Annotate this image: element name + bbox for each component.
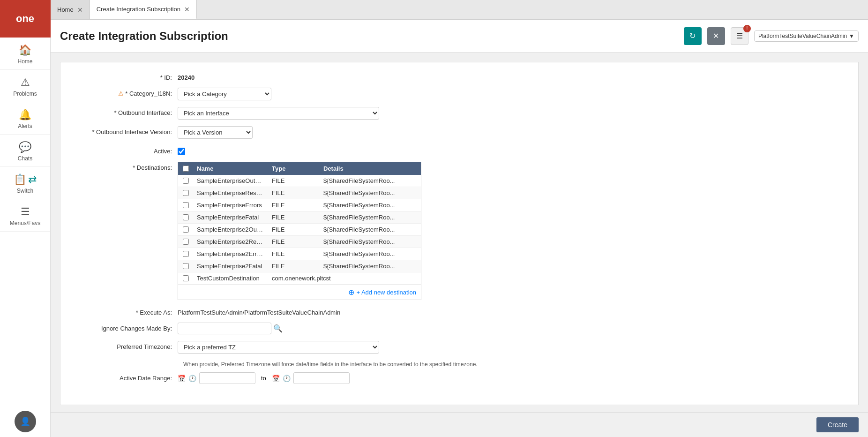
- dest-checkbox-3[interactable]: [183, 214, 189, 220]
- sidebar-item-chats[interactable]: 💬 Chats: [0, 135, 50, 167]
- preferred-tz-label: Preferred Timezone:: [75, 341, 178, 350]
- start-time-button[interactable]: 🕐: [188, 375, 196, 382]
- dest-checkbox-0[interactable]: [183, 178, 189, 184]
- dest-row-name: SampleEnterprise2Errors: [193, 248, 268, 260]
- dest-row-checkbox[interactable]: [178, 175, 193, 186]
- dest-row-checkbox[interactable]: [178, 200, 193, 211]
- tz-hint: When provide, Preferred Timezone will fo…: [183, 360, 844, 368]
- ignore-changes-row: Ignore Changes Made By: 🔍: [75, 323, 844, 334]
- sidebar-item-switch[interactable]: 📋 ⇄ Switch: [0, 167, 50, 199]
- dest-row-type: FILE: [268, 248, 320, 260]
- dest-row-checkbox[interactable]: [178, 273, 193, 284]
- switch-icon-right: ⇄: [28, 173, 37, 186]
- main-area: Home ✕ Create Integration Subscription ✕…: [51, 0, 868, 437]
- dest-row-details: ${SharedFileSystemRoo...: [320, 175, 421, 187]
- user-avatar[interactable]: 👤: [15, 411, 36, 432]
- sidebar-item-menus[interactable]: ☰ Menus/Favs: [0, 199, 50, 232]
- plus-icon: ⊕: [348, 288, 354, 297]
- avatar-icon: 👤: [20, 416, 30, 427]
- table-row: SampleEnterpriseResults FILE ${SharedFil…: [178, 187, 421, 199]
- tab-create-integration-label: Create Integration Subscription: [97, 6, 180, 13]
- dest-row-name: SampleEnterprise2Outb...: [193, 224, 268, 235]
- destinations-footer: ⊕ + Add new destination: [178, 285, 421, 300]
- dest-row-checkbox[interactable]: [178, 236, 193, 247]
- dest-row-checkbox[interactable]: [178, 261, 193, 271]
- active-checkbox[interactable]: [178, 148, 185, 155]
- select-all-checkbox[interactable]: [183, 166, 189, 172]
- dest-row-name: SampleEnterpriseErrors: [193, 199, 268, 211]
- close-page-button[interactable]: ✕: [707, 27, 725, 45]
- dest-row-name: SampleEnterpriseOutbox: [193, 175, 268, 187]
- form-footer: Create: [51, 412, 868, 437]
- app-logo[interactable]: one: [0, 0, 51, 38]
- menus-icon: ☰: [21, 206, 30, 218]
- sidebar-item-home[interactable]: 🏠 Home: [0, 38, 50, 70]
- dest-checkbox-7[interactable]: [183, 263, 189, 269]
- tab-home-close[interactable]: ✕: [77, 6, 83, 14]
- warn-icon: ⚠: [118, 90, 126, 97]
- sidebar-item-alerts[interactable]: 🔔 Alerts: [0, 102, 50, 135]
- page-header: Create Integration Subscription ↻ ✕ ☰ ! …: [51, 20, 868, 53]
- user-dropdown[interactable]: PlatformTestSuiteValueChainAdmin ▼: [754, 30, 859, 42]
- dest-row-checkbox[interactable]: [178, 249, 193, 259]
- destinations-header: Name Type Details: [178, 162, 421, 175]
- menu-badge: !: [743, 25, 751, 32]
- table-row: SampleEnterprise2Outb... FILE ${SharedFi…: [178, 224, 421, 236]
- table-row: SampleEnterprise2Errors FILE ${SharedFil…: [178, 248, 421, 260]
- dest-row-checkbox[interactable]: [178, 188, 193, 198]
- active-row: Active:: [75, 145, 844, 155]
- dest-row-details: ${SharedFileSystemRoo...: [320, 187, 421, 199]
- tab-bar: Home ✕ Create Integration Subscription ✕: [51, 0, 868, 20]
- destinations-col-type: Type: [268, 162, 320, 175]
- dest-checkbox-4[interactable]: [183, 226, 189, 233]
- tab-create-integration-close[interactable]: ✕: [184, 6, 190, 13]
- preferred-tz-select[interactable]: Pick a preferred TZ: [178, 341, 379, 354]
- ignore-changes-search-button[interactable]: 🔍: [273, 324, 283, 333]
- dest-row-details: ${SharedFileSystemRoo...: [320, 199, 421, 211]
- tab-create-integration[interactable]: Create Integration Subscription ✕: [90, 0, 197, 19]
- dest-row-checkbox[interactable]: [178, 224, 193, 235]
- execute-as-row: * Execute As: PlatformTestSuiteAdmin/Pla…: [75, 307, 844, 316]
- dest-checkbox-8[interactable]: [183, 275, 189, 281]
- dest-row-name: SampleEnterprise2Fatal: [193, 260, 268, 272]
- destinations-row: * Destinations: Name Type Details: [75, 162, 844, 300]
- start-date-calendar-button[interactable]: 📅: [178, 375, 186, 382]
- menu-button[interactable]: ☰ !: [731, 27, 748, 45]
- start-date-input[interactable]: [199, 372, 255, 384]
- table-row: SampleEnterprise2Resul... FILE ${SharedF…: [178, 236, 421, 248]
- ignore-changes-input[interactable]: [178, 323, 271, 334]
- dest-checkbox-6[interactable]: [183, 251, 189, 257]
- sidebar-item-problems[interactable]: ⚠ Problems: [0, 70, 50, 102]
- dest-row-details: ${SharedFileSystemRoo...: [320, 211, 421, 223]
- dest-checkbox-1[interactable]: [183, 190, 189, 196]
- dest-row-type: FILE: [268, 211, 320, 223]
- id-row: * ID: 20240: [75, 72, 844, 81]
- outbound-interface-version-label: * Outbound Interface Version:: [75, 126, 178, 136]
- dest-row-checkbox[interactable]: [178, 212, 193, 223]
- category-select[interactable]: Pick a Category: [178, 88, 271, 100]
- ignore-changes-label: Ignore Changes Made By:: [75, 323, 178, 332]
- outbound-interface-version-select[interactable]: Pick a Version: [178, 126, 253, 139]
- execute-as-label: * Execute As:: [75, 307, 178, 316]
- content-area: * ID: 20240 ⚠ * Category_I18N: Pick a Ca…: [51, 53, 868, 412]
- end-date-input[interactable]: [293, 372, 350, 384]
- end-date-calendar-button[interactable]: 📅: [272, 375, 280, 382]
- problems-icon: ⚠: [21, 76, 30, 89]
- dest-row-details: ${SharedFileSystemRoo...: [320, 236, 421, 248]
- active-label: Active:: [75, 145, 178, 155]
- refresh-button[interactable]: ↻: [684, 27, 702, 45]
- outbound-interface-select[interactable]: Pick an Interface: [178, 107, 379, 120]
- active-date-range-row: Active Date Range: 📅 🕐 to 📅 🕐: [75, 372, 844, 384]
- dest-row-type: com.onenework.pltcst: [268, 272, 320, 284]
- sidebar-item-problems-label: Problems: [13, 90, 37, 97]
- alerts-icon: 🔔: [19, 109, 31, 121]
- destinations-select-all[interactable]: [178, 163, 193, 174]
- create-button[interactable]: Create: [816, 417, 859, 432]
- add-new-destination-button[interactable]: ⊕ + Add new destination: [348, 288, 416, 297]
- tab-home[interactable]: Home ✕: [51, 0, 90, 19]
- tab-home-label: Home: [57, 6, 74, 13]
- dest-row-type: FILE: [268, 260, 320, 272]
- dest-checkbox-5[interactable]: [183, 239, 189, 245]
- dest-checkbox-2[interactable]: [183, 202, 189, 208]
- end-time-button[interactable]: 🕐: [283, 375, 291, 382]
